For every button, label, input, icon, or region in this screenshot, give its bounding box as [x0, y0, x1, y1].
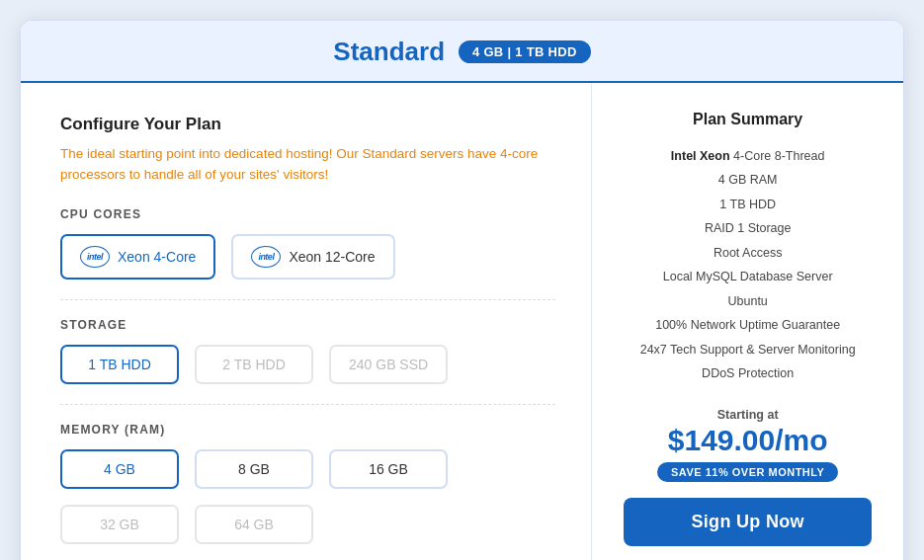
plan-badge: 4 GB | 1 TB HDD [459, 40, 591, 63]
cpu-label: CPU CORES [60, 207, 555, 221]
storage-label: STORAGE [60, 318, 555, 332]
memory-option-8gb[interactable]: 8 GB [195, 449, 313, 489]
memory-option-8gb-label: 8 GB [238, 461, 270, 477]
memory-option-32gb[interactable]: 32 GB [60, 505, 179, 544]
configure-title: Configure Your Plan [60, 115, 555, 134]
memory-option-16gb-label: 16 GB [369, 461, 408, 477]
cpu-option-xeon12-label: Xeon 12-Core [289, 249, 375, 265]
plan-summary-title: Plan Summary [693, 111, 802, 128]
memory-option-32gb-label: 32 GB [100, 517, 139, 532]
summary-list: Intel Xeon 4-Core 8-Thread 4 GB RAM 1 TB… [624, 144, 872, 386]
storage-option-1tb-label: 1 TB HDD [88, 357, 151, 372]
cpu-option-xeon4[interactable]: intel Xeon 4-Core [60, 234, 215, 280]
configure-desc: The ideal starting point into dedicated … [60, 144, 555, 186]
summary-item-ram: 4 GB RAM [624, 169, 872, 194]
memory-option-16gb[interactable]: 16 GB [329, 449, 448, 489]
plan-title: Standard [333, 37, 445, 67]
cpu-options: intel Xeon 4-Core intel Xeon 12-Core [60, 234, 555, 280]
memory-option-64gb-label: 64 GB [234, 517, 274, 532]
price-display: $149.00/mo [668, 424, 828, 456]
memory-option-4gb[interactable]: 4 GB [60, 449, 179, 489]
summary-item-ubuntu: Ubuntu [624, 289, 872, 314]
summary-item-root: Root Access [624, 241, 872, 266]
storage-options: 1 TB HDD 2 TB HDD 240 GB SSD [60, 345, 555, 384]
save-badge: SAVE 11% OVER MONTHLY [657, 462, 838, 482]
cpu-option-xeon12[interactable]: intel Xeon 12-Core [231, 234, 394, 280]
summary-item-hdd: 1 TB HDD [624, 193, 872, 217]
summary-item-raid: RAID 1 Storage [624, 217, 872, 242]
memory-option-64gb[interactable]: 64 GB [195, 505, 313, 544]
memory-option-4gb-label: 4 GB [104, 461, 135, 477]
summary-item-cpu: Intel Xeon 4-Core 8-Thread [624, 144, 872, 169]
divider-1 [60, 299, 555, 300]
summary-item-cpu-bold: Intel Xeon [671, 149, 730, 163]
intel-logo-icon: intel [80, 246, 110, 268]
intel-logo-icon-2: intel [251, 246, 281, 268]
memory-options: 4 GB 8 GB 16 GB 32 GB 64 GB [60, 449, 555, 544]
summary-item-ddos: DDoS Protection [624, 362, 872, 387]
memory-label: MEMORY (RAM) [60, 423, 555, 437]
configure-panel: Configure Your Plan The ideal starting p… [21, 83, 592, 560]
summary-item-support: 24x7 Tech Support & Server Monitoring [624, 338, 872, 362]
storage-option-240ssd-label: 240 GB SSD [349, 357, 428, 372]
storage-option-1tb[interactable]: 1 TB HDD [60, 345, 179, 384]
cpu-option-xeon4-label: Xeon 4-Core [118, 249, 196, 265]
storage-option-240ssd[interactable]: 240 GB SSD [329, 345, 448, 384]
summary-item-uptime: 100% Network Uptime Guarantee [624, 314, 872, 339]
card-body: Configure Your Plan The ideal starting p… [21, 83, 903, 560]
storage-option-2tb-label: 2 TB HDD [222, 357, 286, 372]
starting-at-label: Starting at [717, 408, 779, 422]
plan-card: Standard 4 GB | 1 TB HDD Configure Your … [20, 20, 904, 560]
summary-item-mysql: Local MySQL Database Server [624, 266, 872, 290]
divider-2 [60, 404, 555, 405]
signup-button[interactable]: Sign Up Now [624, 498, 872, 546]
plan-summary-panel: Plan Summary Intel Xeon 4-Core 8-Thread … [592, 83, 903, 560]
card-header: Standard 4 GB | 1 TB HDD [21, 21, 903, 83]
storage-option-2tb[interactable]: 2 TB HDD [195, 345, 313, 384]
